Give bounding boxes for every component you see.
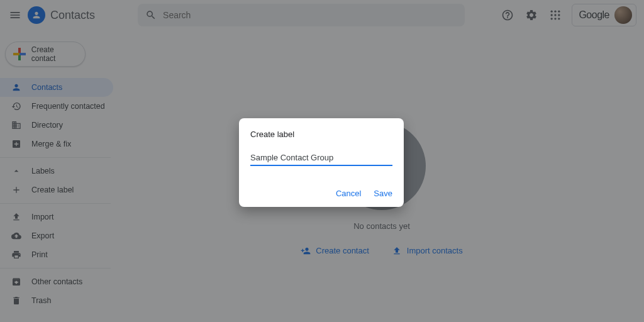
label-name-input[interactable] — [250, 152, 392, 166]
save-button[interactable]: Save — [374, 189, 392, 198]
create-label-dialog: Create label Cancel Save — [239, 118, 404, 207]
cancel-button[interactable]: Cancel — [336, 189, 361, 198]
dialog-title: Create label — [250, 130, 392, 139]
dialog-actions: Cancel Save — [250, 189, 392, 201]
